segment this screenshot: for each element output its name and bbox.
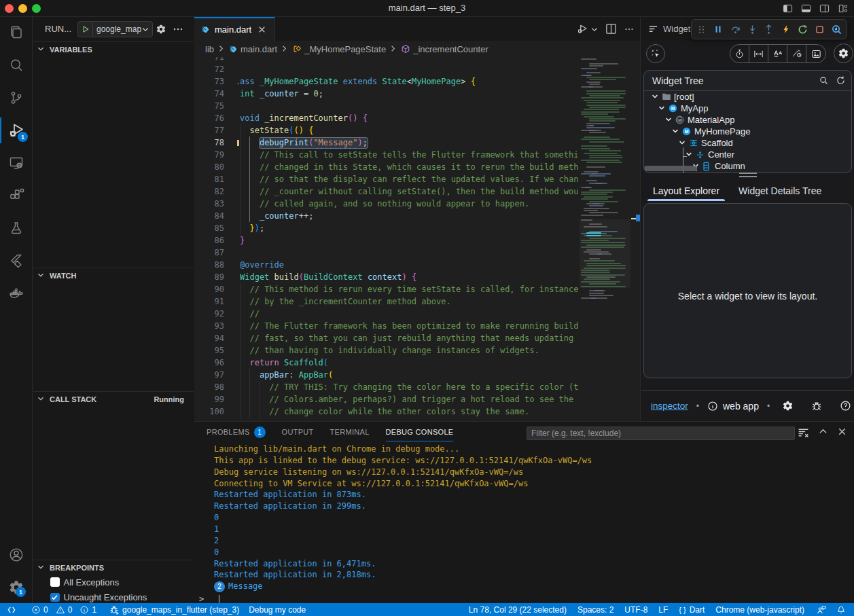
checkbox-unchecked[interactable] [50, 577, 60, 587]
activity-bar-item-source-control[interactable] [0, 81, 33, 114]
code-line-100[interactable]: 100 // change color while the other colo… [194, 405, 640, 418]
activity-bar-item-explorer[interactable] [0, 16, 33, 49]
inspector-tab-widget-details-tree[interactable]: Widget Details Tree [729, 181, 831, 201]
debug-console[interactable]: Launching lib/main.dart on Chrome in deb… [194, 443, 854, 603]
split-editor-icon[interactable] [605, 23, 617, 35]
code-editor[interactable]: 717273ass _MyHomePageState extends State… [194, 57, 640, 421]
repaint-rainbow-icon[interactable] [787, 45, 806, 62]
code-line-87[interactable]: 87 [194, 247, 640, 259]
select-widget-mode-icon[interactable] [646, 44, 665, 63]
activity-bar-item-testing[interactable] [0, 212, 33, 244]
panel-tab-debug-console[interactable]: DEBUG CONSOLE [386, 422, 454, 443]
close-icon[interactable] [837, 427, 847, 438]
debug-session-status[interactable]: google_maps_in_flutter (step_3) [109, 602, 239, 616]
tree-node-Column[interactable]: Column [692, 160, 745, 172]
tree-node-MyApp[interactable]: MMyApp [658, 103, 708, 114]
code-line-80[interactable]: 80 // changed in this State, which cause… [194, 161, 640, 173]
toggle-primary-sidebar-icon[interactable] [783, 3, 793, 14]
section-watch[interactable]: WATCH [33, 268, 194, 283]
chevron-down-icon[interactable] [664, 115, 674, 125]
debug-my-code-toggle[interactable]: Debug my code [249, 605, 306, 615]
chevron-up-icon[interactable] [818, 427, 828, 438]
activity-bar-item-flutter[interactable] [0, 244, 33, 277]
code-line-71[interactable]: 71 [194, 57, 640, 63]
code-line-84[interactable]: 84 _counter++; [194, 210, 640, 222]
breadcrumb-item[interactable]: _incrementCounter [401, 44, 488, 54]
code-line-95[interactable]: 95 // than having to individually change… [194, 344, 640, 357]
step-out-icon[interactable] [762, 22, 776, 36]
code-line-89[interactable]: 89Widget build(BuildContext context) { [194, 271, 640, 283]
breadcrumb-item[interactable]: _MyHomePageState [292, 44, 386, 54]
feedback-item[interactable] [816, 602, 827, 616]
pause-icon[interactable] [711, 22, 725, 36]
checkbox-checked[interactable] [50, 593, 60, 602]
chevron-down-icon[interactable] [651, 92, 660, 102]
customize-layout-icon[interactable] [838, 3, 848, 14]
chevron-down-icon[interactable] [671, 127, 681, 137]
tree-node-MyHomePage[interactable]: MMyHomePage [671, 126, 750, 137]
chevron-down-icon[interactable] [658, 104, 667, 113]
slow-animations-icon[interactable] [730, 45, 749, 62]
code-line-75[interactable]: 75 [194, 100, 640, 112]
question-icon[interactable] [840, 400, 851, 412]
tree-search-icon[interactable] [819, 75, 829, 86]
stop-icon[interactable] [813, 22, 827, 36]
breadcrumb-item[interactable]: lib [205, 44, 214, 54]
cursor-position-status[interactable]: Ln 78, Col 29 (22 selected) [469, 605, 567, 615]
configure-gear-icon[interactable] [156, 24, 166, 35]
notifications-item[interactable] [836, 602, 846, 616]
panel-tab-terminal[interactable]: TERMINAL [330, 422, 370, 443]
launch-configuration-dropdown[interactable]: google_map [77, 21, 153, 37]
code-line-96[interactable]: 96 return Scaffold( [194, 357, 640, 369]
inspector-link[interactable]: inspector [651, 401, 688, 411]
section-variables[interactable]: VARIABLES [33, 41, 194, 56]
activity-bar-item-settings[interactable]: 1 [0, 571, 33, 604]
tree-horizontal-scrollbar[interactable] [644, 166, 697, 171]
report-bug-icon[interactable] [811, 401, 822, 412]
code-line-86[interactable]: 86} [194, 234, 640, 247]
debug-target-status[interactable]: Chrome (web-javascript) [715, 605, 804, 615]
code-line-82[interactable]: 82 // _counter without calling setState(… [194, 185, 640, 198]
activity-bar-item-docker[interactable] [0, 277, 33, 310]
chevron-down-icon[interactable] [678, 139, 688, 148]
language-status[interactable]: { }Dart [679, 605, 705, 615]
device-label[interactable]: web app [723, 401, 759, 412]
code-line-90[interactable]: 90 // This method is rerun every time se… [194, 283, 640, 295]
code-line-91[interactable]: 91 // by the _incrementCounter method ab… [194, 295, 640, 308]
code-line-81[interactable]: 81 // so that the display can reflect th… [194, 173, 640, 185]
code-line-76[interactable]: 76void _incrementCounter() { [194, 112, 640, 124]
problems-status[interactable]: 001 [31, 602, 96, 616]
chevron-down-icon[interactable] [685, 150, 694, 160]
tab-main-dart[interactable]: main.dart [194, 17, 275, 41]
section-call-stack[interactable]: CALL STACKRunning [33, 391, 194, 406]
restart-icon[interactable] [796, 22, 810, 36]
activity-bar-item-extensions[interactable] [0, 179, 33, 212]
inspector-settings-gear-icon[interactable] [834, 43, 853, 63]
clear-filter-icon[interactable] [798, 427, 809, 438]
activity-bar-item-remote-explorer[interactable] [0, 147, 33, 179]
code-line-99[interactable]: 99 // Colors.amber, perhaps?) and trigge… [194, 393, 640, 405]
highlight-oversized-images-icon[interactable] [806, 45, 825, 62]
breakpoint-all-exceptions[interactable]: All Exceptions [33, 575, 194, 590]
activity-bar-item-accounts[interactable] [0, 539, 33, 571]
code-line-72[interactable]: 72 [194, 63, 640, 75]
panel-tab-output[interactable]: OUTPUT [282, 422, 314, 443]
run-or-debug-icon[interactable] [576, 22, 599, 35]
start-debugging-icon[interactable] [78, 22, 93, 37]
show-guidelines-icon[interactable] [749, 45, 768, 62]
tree-node-Center[interactable]: Center [685, 149, 734, 160]
tree-node-Scaffold[interactable]: Scaffold [678, 137, 733, 149]
tree-node-root[interactable]: [root] [651, 91, 694, 103]
code-line-93[interactable]: 93 // The Flutter framework has been opt… [194, 320, 640, 332]
widget-inspector-icon[interactable] [830, 22, 843, 36]
code-line-78[interactable]: 78 debugPrint("Message"); [194, 137, 640, 149]
console-filter-input[interactable] [527, 427, 795, 440]
toggle-panel-icon[interactable] [801, 3, 811, 14]
tab-close-icon[interactable] [257, 24, 268, 35]
code-line-74[interactable]: 74int _counter = 0; [194, 88, 640, 100]
activity-bar-item-search[interactable] [0, 49, 33, 81]
inspector-tab-layout-explorer[interactable]: Layout Explorer [643, 181, 729, 201]
code-line-92[interactable]: 92 // [194, 308, 640, 320]
activity-bar-item-run-and-debug[interactable]: 1 [0, 114, 33, 147]
splitter-drag-handle[interactable] [739, 173, 757, 177]
